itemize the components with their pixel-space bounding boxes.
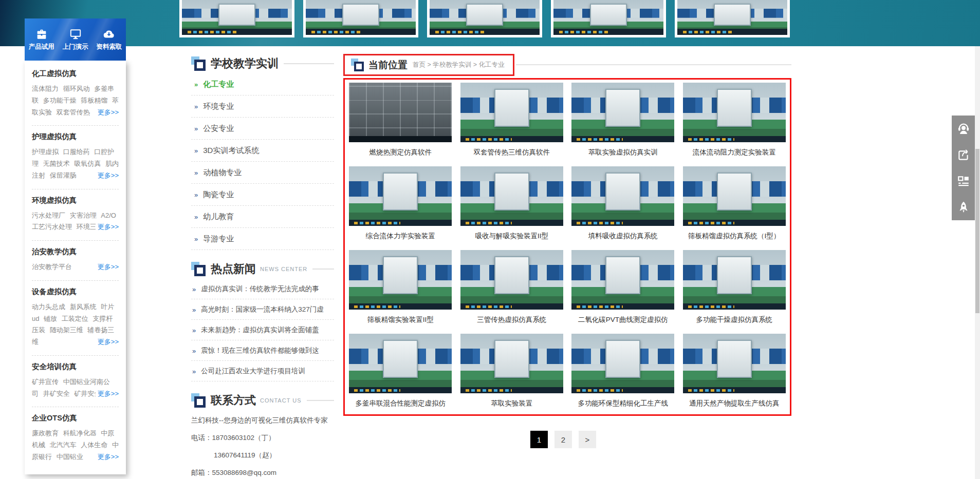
catalog-button[interactable] [952,168,975,194]
sidebar-link[interactable]: 护理虚拟 [32,148,59,156]
news-item-title: 公司赴江西农业大学进行项目培训 [201,367,305,376]
nav-item-3d-exam[interactable]: »3D实训考试系统 [191,140,334,162]
sidebar-section-title[interactable]: 安全培训仿真 [32,362,119,372]
gallery-thumb[interactable] [179,0,294,37]
share-button[interactable] [952,142,975,168]
product-card[interactable]: 多功能环保型精细化工生产线 [567,333,679,416]
breadcrumb-title: 当前位置 [368,59,408,72]
sidebar-link[interactable]: 北汽汽车 [50,441,77,449]
customer-service-button[interactable] [952,116,975,142]
sidebar-section-title[interactable]: 企业OTS仿真 [32,413,119,423]
sidebar-link[interactable]: 随动架三维 [50,326,83,334]
nav-item-police[interactable]: »公安专业 [191,118,334,140]
breadcrumb-path[interactable]: 首页 > 学校教学实训 > 化工专业 [413,61,505,69]
promo-label: 资料索取 [92,43,126,51]
nav-item-chemical[interactable]: »化工专业 [191,73,334,95]
more-link[interactable]: 更多>> [96,261,119,273]
sidebar-link[interactable]: 吸氧仿真 [74,160,101,167]
more-link[interactable]: 更多>> [96,107,119,119]
chevron-right-icon: » [194,125,198,132]
sidebar-link[interactable]: 污水处理厂 [32,212,65,219]
gallery-thumb[interactable] [675,0,790,37]
scrollbar[interactable] [975,46,980,479]
product-card[interactable]: 筛板精馏实验装置II型 [345,249,456,333]
product-card[interactable]: 通用天然产物提取生产线仿真 [679,333,790,416]
scrollbar-thumb[interactable] [975,149,979,313]
news-item[interactable]: »未来新趋势：虚拟仿真实训将全面铺盖 [191,320,334,340]
sidebar-link[interactable]: 筛板精馏 [81,97,107,104]
sidebar-link[interactable]: 保留灌肠 [50,171,77,179]
nav-item-childhood[interactable]: »幼儿教育 [191,206,334,228]
product-card[interactable]: 流体流动阻力测定实验装置 [679,82,790,165]
sidebar-link[interactable]: 动力头总成 [32,303,65,311]
gallery-thumb[interactable] [427,0,542,37]
sidebar-link[interactable]: 工装定位 [62,315,88,322]
sidebar-link[interactable]: 口服给药 [63,148,90,156]
sidebar-link[interactable]: 灾害治理 [70,212,97,219]
sidebar-section-title[interactable]: 化工虚拟仿真 [32,69,119,79]
squares-icon [351,59,364,71]
sidebar-link[interactable]: 科航净化器 [63,429,97,437]
chevron-right-icon: » [192,347,196,355]
news-item[interactable]: »震惊！现在三维仿真软件都能够做到这 [191,340,334,361]
page-next-button[interactable]: > [579,431,596,448]
news-item[interactable]: »高光时刻：国家级一流本科纳入327门虚 [191,299,334,320]
gallery-thumb[interactable] [551,0,666,37]
breadcrumb: 当前位置 首页 > 学校教学实训 > 化工专业 [343,54,514,76]
sidebar-link[interactable]: 流体阻力 [32,85,59,92]
product-card[interactable]: 萃取实验虚拟仿真实训 [567,82,679,165]
sidebar-link[interactable]: 多功能干燥 [43,97,77,104]
product-caption: 筛板精馏实验装置II型 [345,315,456,324]
section-title: 联系方式 [211,393,256,408]
sidebar-link[interactable]: 治安教学平台 [32,263,72,271]
nav-item-tour-guide[interactable]: »导游专业 [191,228,334,250]
news-item[interactable]: »公司赴江西农业大学进行项目培训 [191,361,334,381]
sidebar-section-title[interactable]: 治安教学仿真 [32,247,119,257]
product-card[interactable]: 三管传热虚拟仿真系统 [456,249,568,333]
product-trial-button[interactable]: 产品试用 [25,28,59,51]
product-card[interactable]: 燃烧热测定仿真软件 [345,82,456,165]
page-button-1[interactable]: 1 [530,431,548,448]
onsite-demo-button[interactable]: 上门演示 [59,28,93,51]
back-to-top-button[interactable] [952,194,975,220]
page-button-2[interactable]: 2 [554,431,572,448]
nav-item-ceramics[interactable]: »陶瓷专业 [191,184,334,206]
product-card[interactable]: 填料吸收虚拟仿真系统 [567,165,679,249]
major-nav-list: »化工专业 »环境专业 »公安专业 »3D实训考试系统 »动植物专业 »陶瓷专业… [191,73,334,250]
product-card[interactable]: 筛板精馏虚拟仿真系统（I型） [679,165,790,249]
sidebar-link[interactable]: 中国铝业 [57,453,83,461]
nav-item-environment[interactable]: »环境专业 [191,95,334,118]
product-card[interactable]: 吸收与解吸实验装置II型 [456,165,568,249]
sidebar-link[interactable]: 新风系统 [70,303,97,311]
more-link[interactable]: 更多>> [96,170,119,182]
product-card[interactable]: 综合流体力学实验装置 [345,165,456,249]
briefcase-icon [35,28,48,41]
middle-column: 学校教学实训 »化工专业 »环境专业 »公安专业 »3D实训考试系统 »动植物专… [191,56,334,478]
sidebar-link[interactable]: 无菌技术 [43,160,70,167]
product-card[interactable]: 双套管传热三维仿真软件 [456,82,568,165]
sidebar-link[interactable]: 井矿安全 [43,390,70,397]
sidebar-link[interactable]: 双套管传热 [57,108,90,116]
product-card[interactable]: 萃取实验装置 [456,333,568,416]
squares-icon [191,393,206,408]
sidebar-link[interactable]: 铺放 [44,315,57,322]
news-item[interactable]: »虚拟仿真实训：传统教学无法完成的事 [191,279,334,299]
product-card[interactable]: 多釜串联混合性能测定虚拟仿 [345,333,456,416]
more-link[interactable]: 更多>> [96,451,119,463]
sidebar-link[interactable]: 廉政教育 [32,429,59,437]
product-card[interactable]: 二氧化碳PVT曲线测定虚拟仿 [567,249,679,333]
product-card[interactable]: 多功能干燥虚拟仿真系统 [679,249,790,333]
more-link[interactable]: 更多>> [96,388,119,400]
sidebar-link[interactable]: 矿井宣传 [32,378,59,386]
sidebar-link[interactable]: 人体生命 [81,441,107,449]
sidebar-link[interactable]: 循环风动 [63,85,90,92]
request-materials-button[interactable]: 资料索取 [92,28,126,51]
gallery-thumb[interactable] [303,0,418,37]
more-link[interactable]: 更多>> [96,336,119,348]
sidebar-section-links: 动力头总成 新风系统 叶片ud 铺放 工装定位 支撑杆压装 随动架三维 辅卷扬三… [32,301,119,348]
sidebar-section-title[interactable]: 护理虚拟仿真 [32,132,119,142]
sidebar-section-title[interactable]: 环境虚拟仿真 [32,196,119,205]
more-link[interactable]: 更多>> [96,221,119,233]
nav-item-zoology[interactable]: »动植物专业 [191,162,334,184]
sidebar-section-title[interactable]: 设备虚拟仿真 [32,287,119,297]
